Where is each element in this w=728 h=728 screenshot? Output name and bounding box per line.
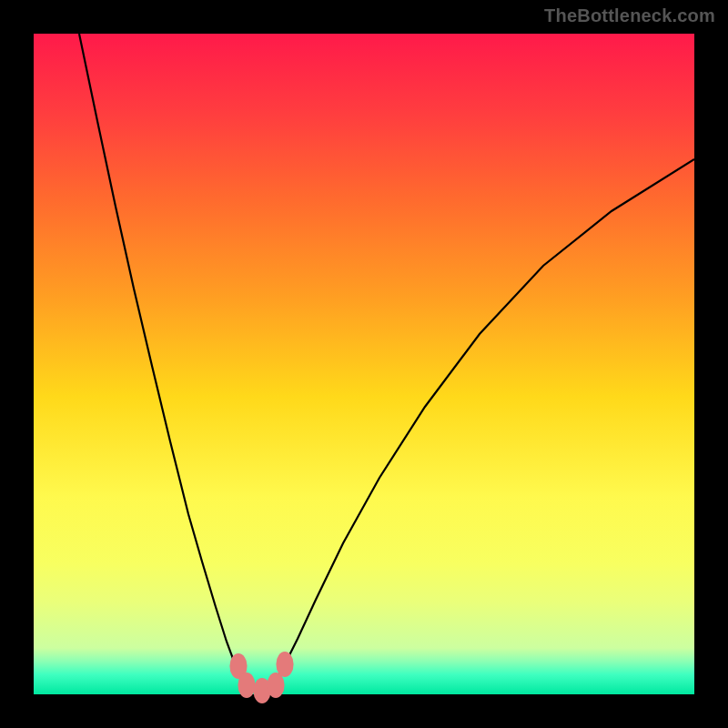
curve-svg [34, 34, 694, 694]
watermark-text: TheBottleneck.com [544, 5, 715, 26]
valley-marker [277, 652, 294, 677]
curve-left [79, 34, 243, 682]
curve-right [275, 159, 694, 682]
plot-area [34, 34, 694, 694]
valley-marker [238, 672, 256, 698]
chart-frame: TheBottleneck.com [0, 0, 728, 728]
